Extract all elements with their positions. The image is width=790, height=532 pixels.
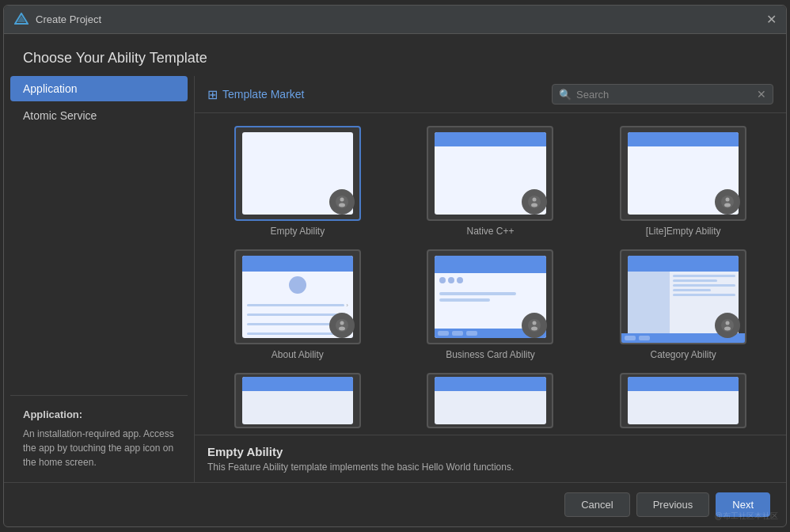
- market-icon: ⊞: [207, 87, 218, 102]
- svg-point-10: [724, 203, 731, 207]
- dialog-header: Choose Your Ability Template: [4, 34, 786, 76]
- selected-info-title: Empty Ability: [207, 445, 773, 458]
- title-bar: Create Project ✕: [4, 6, 786, 34]
- sidebar-description: Application: An installation-required ap…: [10, 395, 188, 482]
- card-preview-partial-1: [234, 373, 361, 428]
- svg-point-16: [531, 327, 537, 331]
- sidebar: Application Atomic Service Application: …: [4, 76, 194, 482]
- selected-info: Empty Ability This Feature Ability templ…: [195, 435, 786, 482]
- svg-point-19: [724, 327, 731, 331]
- svg-point-9: [726, 198, 730, 202]
- template-badge-empty: [329, 189, 355, 215]
- main-toolbar: ⊞ Template Market 🔍 ✕: [195, 76, 786, 113]
- template-card-about-ability[interactable]: › › ›: [207, 249, 388, 360]
- card-preview-empty-ability: [234, 126, 361, 221]
- svg-point-4: [339, 203, 345, 207]
- search-clear-icon[interactable]: ✕: [757, 88, 766, 101]
- template-card-partial-3[interactable]: [593, 373, 773, 428]
- card-preview-partial-2: [427, 373, 553, 428]
- sidebar-item-atomic-service[interactable]: Atomic Service: [10, 103, 188, 128]
- card-preview-lite-empty: [620, 126, 746, 221]
- svg-point-6: [533, 198, 537, 202]
- svg-point-3: [340, 198, 344, 202]
- card-preview-partial-3: [620, 373, 746, 428]
- desc-text: An installation-required app. Access the…: [23, 427, 175, 469]
- template-card-partial-1[interactable]: [207, 373, 388, 428]
- template-card-native-cpp[interactable]: Native C++: [401, 126, 581, 237]
- template-badge-lite: [715, 189, 740, 215]
- card-label-about: About Ability: [272, 349, 324, 360]
- dialog-footer: Cancel Previous Next: [4, 482, 786, 526]
- template-card-category[interactable]: Category Ability: [593, 249, 773, 360]
- app-logo: [13, 12, 29, 28]
- search-box[interactable]: 🔍 ✕: [552, 84, 773, 104]
- watermark: @布工社区本社区: [715, 511, 778, 522]
- previous-button[interactable]: Previous: [636, 492, 710, 517]
- main-content: ⊞ Template Market 🔍 ✕: [194, 76, 786, 482]
- dialog-title: Create Project: [36, 13, 101, 25]
- template-badge-category: [715, 313, 740, 338]
- card-preview-about: › › ›: [234, 249, 361, 344]
- card-label-empty-ability: Empty Ability: [270, 226, 325, 237]
- selected-info-desc: This Feature Ability template implements…: [207, 462, 773, 473]
- svg-point-13: [339, 327, 345, 331]
- template-card-partial-2[interactable]: [401, 373, 581, 428]
- templates-grid: Empty Ability: [207, 126, 773, 428]
- create-project-dialog: Create Project ✕ Choose Your Ability Tem…: [3, 5, 787, 527]
- template-market-label: ⊞ Template Market: [207, 87, 304, 102]
- dialog-body: Application Atomic Service Application: …: [4, 76, 786, 482]
- svg-point-15: [533, 321, 537, 325]
- sidebar-item-application[interactable]: Application: [10, 76, 188, 101]
- card-preview-native-cpp: [427, 126, 553, 221]
- svg-point-7: [531, 203, 537, 207]
- card-preview-category: [620, 249, 746, 344]
- svg-point-12: [340, 321, 344, 325]
- template-card-business-card[interactable]: Business Card Ability: [401, 249, 581, 360]
- search-input[interactable]: [576, 89, 757, 101]
- card-label-category: Category Ability: [650, 349, 716, 360]
- template-badge-about: [329, 313, 355, 338]
- card-label-business: Business Card Ability: [446, 349, 535, 360]
- card-preview-business: [427, 249, 553, 344]
- desc-title: Application:: [23, 408, 175, 420]
- template-card-empty-ability[interactable]: Empty Ability: [207, 126, 388, 237]
- svg-point-18: [726, 321, 730, 325]
- template-card-lite-empty[interactable]: [Lite]Empty Ability: [593, 126, 773, 237]
- cancel-button[interactable]: Cancel: [564, 492, 629, 517]
- close-button[interactable]: ✕: [766, 13, 777, 26]
- search-icon: 🔍: [559, 89, 572, 101]
- templates-grid-container[interactable]: Empty Ability: [195, 113, 786, 435]
- card-label-lite-empty: [Lite]Empty Ability: [646, 226, 721, 237]
- card-label-native-cpp: Native C++: [466, 226, 514, 237]
- dialog-heading: Choose Your Ability Template: [23, 50, 767, 66]
